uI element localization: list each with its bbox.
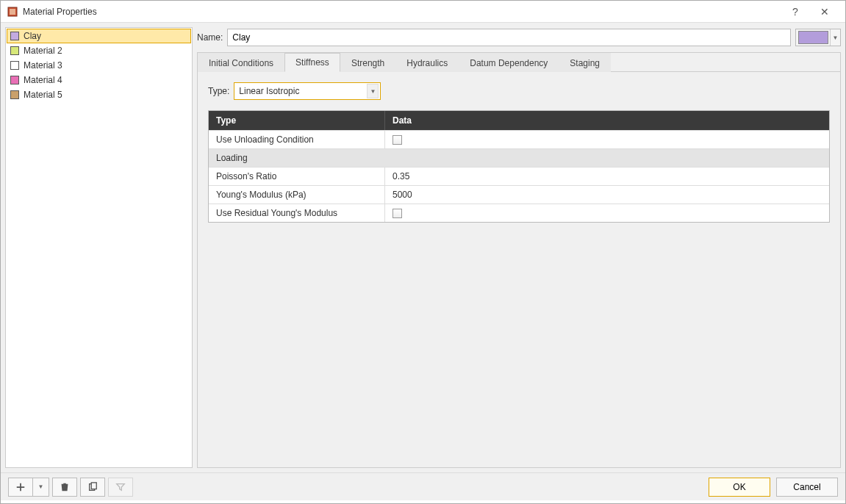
content-area: Clay Material 2 Material 3 Material 4 Ma… [1,23,845,472]
material-label: Clay [24,31,41,41]
checkbox-icon[interactable] [392,135,402,145]
type-row: Type: Linear Isotropic ▼ [208,82,830,100]
cell-label: Young's Modulus (kPa) [209,186,385,204]
table-header: Type Data [209,111,829,130]
title-bar: Material Properties ? ✕ [1,1,845,23]
header-type: Type [209,111,385,130]
type-selected-value: Linear Isotropic [239,86,367,96]
tab-staging[interactable]: Staging [559,53,611,72]
material-swatch [10,76,19,84]
footer-toolbar: ▼ [8,478,133,497]
color-picker[interactable]: ▼ [795,29,841,46]
section-spacer [385,149,829,167]
stiffness-content: Type: Linear Isotropic ▼ Type Data Use U… [198,72,840,467]
row-loading-section: Loading [209,148,829,167]
tab-initial-conditions[interactable]: Initial Conditions [198,53,284,72]
material-swatch [10,90,19,99]
chevron-down-icon: ▼ [367,84,379,98]
cell-data [385,204,829,222]
name-label: Name: [197,32,223,43]
properties-panel: Name: ▼ Initial Conditions Stiffness Str… [197,27,841,468]
cell-value[interactable]: 0.35 [385,168,829,185]
section-label: Loading [209,149,385,167]
name-row: Name: ▼ [197,27,841,48]
copy-button[interactable] [80,478,105,497]
cell-label: Use Unloading Condition [209,131,385,148]
cell-data [385,131,829,148]
tab-stiffness[interactable]: Stiffness [284,53,340,72]
row-use-unloading[interactable]: Use Unloading Condition [209,130,829,148]
close-button[interactable]: ✕ [810,1,839,22]
filter-icon [115,482,126,492]
tab-hydraulics[interactable]: Hydraulics [395,53,459,72]
material-label: Material 2 [24,46,62,56]
tab-bar: Initial Conditions Stiffness Strength Hy… [198,53,840,72]
add-menu-button[interactable]: ▼ [33,478,49,497]
chevron-down-icon: ▼ [38,483,44,490]
material-item-5[interactable]: Material 5 [7,87,191,102]
add-button[interactable] [8,478,33,497]
delete-button[interactable] [52,478,77,497]
color-swatch [798,31,828,44]
cell-value[interactable]: 5000 [385,186,829,204]
tab-strength[interactable]: Strength [340,53,395,72]
cell-label: Poisson's Ratio [209,168,385,185]
row-poissons-ratio[interactable]: Poisson's Ratio 0.35 [209,167,829,185]
material-label: Material 4 [24,75,62,85]
row-youngs-modulus[interactable]: Young's Modulus (kPa) 5000 [209,185,829,204]
copy-icon [87,482,98,492]
material-label: Material 5 [24,90,62,100]
trash-icon [60,482,70,492]
properties-table: Type Data Use Unloading Condition Loadin… [208,110,830,223]
type-select[interactable]: Linear Isotropic ▼ [234,82,381,100]
window-title: Material Properties [23,7,781,17]
checkbox-icon[interactable] [392,209,402,218]
chevron-down-icon: ▼ [830,29,840,46]
svg-rect-1 [10,9,15,15]
dialog-buttons: OK Cancel [709,478,838,497]
svg-rect-3 [91,482,96,489]
help-button[interactable]: ? [781,1,810,22]
material-list: Clay Material 2 Material 3 Material 4 Ma… [6,28,192,103]
plus-icon [15,482,26,492]
type-label: Type: [208,86,229,96]
material-item-3[interactable]: Material 3 [7,58,191,73]
material-item-4[interactable]: Material 4 [7,73,191,87]
row-use-residual[interactable]: Use Residual Young's Modulus [209,204,829,222]
cancel-button[interactable]: Cancel [776,478,838,497]
cell-label: Use Residual Young's Modulus [209,204,385,222]
tab-datum-dependency[interactable]: Datum Dependency [459,53,559,72]
material-list-panel: Clay Material 2 Material 3 Material 4 Ma… [5,27,193,468]
footer: ▼ OK Cancel [1,472,845,500]
material-item-clay[interactable]: Clay [7,29,191,43]
filter-button[interactable] [108,478,133,497]
material-swatch [10,61,19,70]
name-input[interactable] [227,29,791,46]
tab-panel: Initial Conditions Stiffness Strength Hy… [197,52,841,468]
material-item-2[interactable]: Material 2 [7,43,191,58]
material-swatch [10,46,19,55]
app-icon [7,6,18,18]
material-label: Material 3 [24,60,62,71]
header-data: Data [385,111,829,130]
ok-button[interactable]: OK [709,478,770,497]
material-swatch [10,32,19,40]
